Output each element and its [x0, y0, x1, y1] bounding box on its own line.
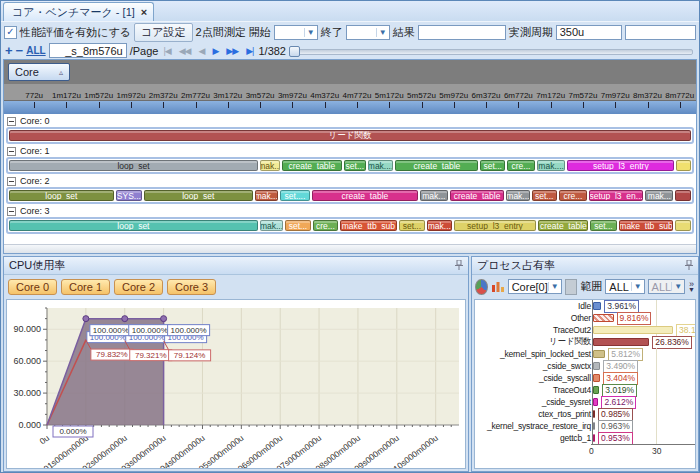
timeline-segment[interactable]: mak... [420, 190, 448, 201]
checkbox-enable-performance[interactable]: ✓ [4, 26, 17, 39]
core-toggle-button[interactable]: Core 0 [8, 279, 57, 295]
timeline-segment[interactable] [676, 160, 691, 171]
core-select-combobox[interactable]: Core[0]▼ [508, 279, 562, 294]
page-nav-button[interactable]: ▶ [210, 46, 220, 56]
slider-track[interactable] [289, 49, 693, 55]
proc-bar[interactable] [593, 326, 673, 334]
bar-chart-icon[interactable] [491, 279, 505, 295]
start-combobox[interactable]: ▼ [274, 25, 318, 40]
timeline-segment[interactable]: cre... [559, 190, 587, 201]
zoom-in-button[interactable]: + [5, 43, 13, 58]
timeline-segment[interactable]: create_table [395, 160, 478, 171]
collapse-icon[interactable] [7, 207, 16, 216]
timeline-segment[interactable]: setup_l3_entry [567, 160, 674, 171]
timeline-segment[interactable]: setup_l3_en... [589, 190, 643, 201]
timeline-segment[interactable]: リード関数 [9, 130, 691, 141]
timeline-segment[interactable]: mak... [427, 220, 451, 231]
proc-bar[interactable] [593, 398, 598, 406]
period-field[interactable]: 350u [556, 25, 622, 40]
proc-bar[interactable] [593, 434, 595, 442]
pin-icon[interactable] [685, 260, 693, 272]
page-nav-button[interactable]: |◀ [161, 46, 172, 56]
overflow-chevron-button[interactable]: »▼ [688, 281, 695, 293]
timeline-segment[interactable]: loop_set [9, 160, 258, 171]
timeline-segment[interactable]: create_table [450, 190, 504, 201]
end-combobox[interactable]: ▼ [346, 25, 390, 40]
zoom-out-button[interactable]: − [16, 43, 24, 58]
timeline-segment[interactable]: SYS... [116, 190, 142, 201]
proc-bar[interactable] [593, 410, 595, 418]
timeline-segment[interactable]: loop_set [144, 190, 253, 201]
page-nav-button[interactable]: ▶▶ [224, 46, 240, 56]
core-column-header-button[interactable]: Core ▵ [8, 63, 70, 81]
slider-thumb[interactable] [289, 46, 300, 57]
zoom-all-button[interactable]: ALL [26, 45, 45, 56]
timeline-segment[interactable]: set... [480, 160, 505, 171]
timeline-segment[interactable]: set... [399, 220, 425, 231]
core-toggle-button[interactable]: Core 2 [114, 279, 163, 295]
timeline-segment[interactable] [675, 220, 691, 231]
pin-icon[interactable] [455, 260, 463, 272]
pie-chart-icon[interactable] [475, 279, 488, 295]
timeline-segment[interactable]: mak... [255, 190, 278, 201]
timeline-segment[interactable]: mak.... [368, 160, 394, 171]
range-combobox[interactable]: ALL▼ [605, 279, 644, 294]
ruler-tick-label: 7m172u [535, 91, 567, 100]
range-label: 範囲 [580, 279, 602, 294]
timeline-segment[interactable]: create_table [538, 220, 588, 231]
page-slider[interactable] [289, 46, 693, 55]
tab-core-benchmark[interactable]: コア・ベンチマーク - [1] × [3, 2, 154, 21]
timeline-segment[interactable]: cre... [313, 220, 338, 231]
timeline-segment[interactable]: make_ttb_sub [340, 220, 397, 231]
extra-field[interactable] [625, 25, 696, 40]
core-settings-button[interactable]: コア設定 [134, 23, 193, 42]
page-range-field[interactable]: _s_8m576u [49, 43, 127, 58]
proc-bar[interactable] [593, 374, 600, 382]
timeline-segment[interactable]: mak... [260, 160, 280, 171]
timeline-segment[interactable]: mak... [260, 220, 283, 231]
timeline-segment[interactable]: set... [344, 160, 366, 171]
timeline-segment[interactable]: mak.... [537, 160, 566, 171]
core-toggle-button[interactable]: Core 1 [61, 279, 110, 295]
timeline-segment[interactable]: set.... [280, 190, 310, 201]
svg-text:30.000: 30.000 [13, 388, 41, 398]
ruler-tick-mark [583, 102, 584, 108]
timeline-segment[interactable] [675, 190, 691, 201]
collapse-icon[interactable] [7, 147, 16, 156]
proc-bar[interactable] [593, 386, 599, 394]
proc-bar[interactable] [593, 338, 649, 346]
time-ruler-band[interactable] [4, 100, 696, 114]
result-field[interactable] [418, 25, 506, 40]
proc-bar[interactable] [593, 422, 595, 430]
timeline-segment[interactable]: setup_l3_entry [454, 220, 537, 231]
timeline-segment[interactable]: mak... [506, 190, 529, 201]
page-nav-button[interactable]: ◀ [197, 46, 207, 56]
proc-bar[interactable] [593, 362, 600, 370]
core-toggle-button[interactable]: Core 3 [167, 279, 216, 295]
collapse-icon[interactable] [7, 177, 16, 186]
core-group-label: Core: 1 [4, 145, 696, 157]
timeline-segment[interactable]: create_table [312, 190, 418, 201]
proc-bar[interactable] [593, 314, 614, 322]
proc-bar[interactable] [593, 302, 601, 310]
collapse-icon[interactable] [7, 117, 16, 126]
timeline-segment[interactable]: loop_set [9, 190, 114, 201]
proc-axis-tick-label: 30 [652, 446, 661, 456]
timeline-segment[interactable]: set... [590, 220, 616, 231]
range-combobox-2[interactable]: ALL▼ [648, 279, 686, 294]
proc-bar[interactable] [593, 350, 605, 358]
timeline-segment[interactable]: cre... [507, 160, 535, 171]
page-nav-button[interactable]: ▶| [244, 46, 255, 56]
page-nav-button[interactable]: ◀◀ [177, 46, 193, 56]
close-icon[interactable]: × [141, 6, 147, 18]
timeline-section: Core ▵ 772u1m172u1m572u1m972u2m372u2m772… [3, 59, 697, 254]
timeline-segment[interactable]: loop_set [9, 220, 258, 231]
timeline-scrollbar[interactable] [4, 244, 696, 253]
timeline-segment[interactable]: make_ttb_sub [619, 220, 674, 231]
color-swatch-button[interactable] [565, 279, 578, 295]
timeline-segment[interactable]: set... [285, 220, 310, 231]
timeline-segment[interactable]: mak... [645, 190, 673, 201]
timeline-segment[interactable]: create_table [282, 160, 342, 171]
timeline-segment[interactable]: set... [532, 190, 557, 201]
sort-arrow-icon: ▵ [59, 68, 63, 77]
